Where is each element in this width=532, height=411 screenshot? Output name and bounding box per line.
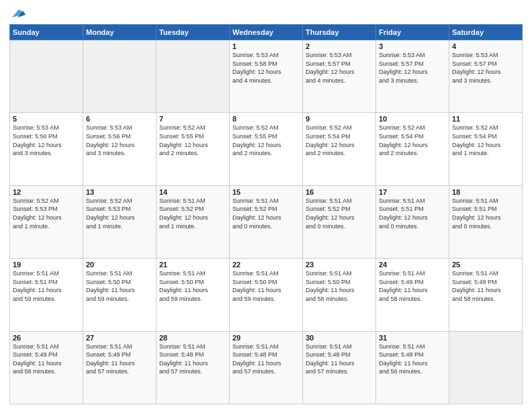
- day-number: 1: [232, 42, 300, 50]
- calendar-cell: 18Sunrise: 5:51 AM Sunset: 5:51 PM Dayli…: [449, 185, 523, 258]
- calendar-cell: 20Sunrise: 5:51 AM Sunset: 5:50 PM Dayli…: [83, 259, 157, 331]
- calendar-cell: [83, 40, 157, 113]
- day-info: Sunrise: 5:52 AM Sunset: 5:54 PM Dayligh…: [306, 124, 373, 157]
- day-info: Sunrise: 5:51 AM Sunset: 5:50 PM Dayligh…: [86, 269, 153, 303]
- calendar-cell: 12Sunrise: 5:52 AM Sunset: 5:53 PM Dayli…: [10, 185, 83, 258]
- day-info: Sunrise: 5:51 AM Sunset: 5:48 PM Dayligh…: [306, 342, 373, 376]
- day-number: 22: [232, 261, 300, 269]
- calendar-cell: 11Sunrise: 5:52 AM Sunset: 5:54 PM Dayli…: [449, 113, 523, 185]
- day-info: Sunrise: 5:53 AM Sunset: 5:57 PM Dayligh…: [306, 51, 373, 85]
- day-number: 23: [306, 261, 373, 269]
- day-number: 8: [232, 115, 300, 123]
- day-number: 30: [306, 334, 373, 342]
- day-info: Sunrise: 5:52 AM Sunset: 5:55 PM Dayligh…: [232, 124, 300, 157]
- day-number: 18: [452, 188, 519, 196]
- day-info: Sunrise: 5:51 AM Sunset: 5:52 PM Dayligh…: [306, 197, 373, 230]
- day-number: 10: [379, 115, 446, 123]
- day-info: Sunrise: 5:52 AM Sunset: 5:53 PM Dayligh…: [86, 197, 153, 230]
- calendar-table: SundayMondayTuesdayWednesdayThursdayFrid…: [9, 24, 523, 404]
- calendar-body: 1Sunrise: 5:53 AM Sunset: 5:58 PM Daylig…: [10, 40, 523, 404]
- day-info: Sunrise: 5:52 AM Sunset: 5:55 PM Dayligh…: [159, 124, 226, 157]
- day-number: 16: [306, 188, 373, 196]
- week-row-1: 5Sunrise: 5:53 AM Sunset: 5:56 PM Daylig…: [10, 113, 523, 185]
- day-header-sunday: Sunday: [10, 25, 83, 40]
- day-info: Sunrise: 5:52 AM Sunset: 5:53 PM Dayligh…: [13, 197, 80, 230]
- day-info: Sunrise: 5:51 AM Sunset: 5:50 PM Dayligh…: [159, 269, 226, 303]
- calendar-cell: 31Sunrise: 5:51 AM Sunset: 5:48 PM Dayli…: [376, 331, 449, 404]
- page: SundayMondayTuesdayWednesdayThursdayFrid…: [0, 0, 532, 411]
- calendar-cell: 19Sunrise: 5:51 AM Sunset: 5:51 PM Dayli…: [10, 259, 83, 331]
- day-number: 9: [306, 115, 373, 123]
- day-number: 17: [379, 188, 446, 196]
- calendar-cell: 6Sunrise: 5:53 AM Sunset: 5:56 PM Daylig…: [83, 113, 157, 185]
- day-number: 13: [86, 188, 153, 196]
- day-info: Sunrise: 5:51 AM Sunset: 5:49 PM Dayligh…: [452, 269, 519, 303]
- calendar-cell: 25Sunrise: 5:51 AM Sunset: 5:49 PM Dayli…: [449, 259, 523, 331]
- day-info: Sunrise: 5:51 AM Sunset: 5:49 PM Dayligh…: [379, 269, 446, 303]
- week-row-3: 19Sunrise: 5:51 AM Sunset: 5:51 PM Dayli…: [10, 259, 523, 331]
- day-number: 28: [159, 334, 226, 342]
- day-info: Sunrise: 5:51 AM Sunset: 5:48 PM Dayligh…: [232, 342, 300, 376]
- calendar-cell: [157, 40, 230, 113]
- day-info: Sunrise: 5:52 AM Sunset: 5:54 PM Dayligh…: [452, 124, 519, 157]
- day-info: Sunrise: 5:51 AM Sunset: 5:50 PM Dayligh…: [232, 269, 300, 303]
- calendar-cell: 7Sunrise: 5:52 AM Sunset: 5:55 PM Daylig…: [157, 113, 230, 185]
- day-info: Sunrise: 5:51 AM Sunset: 5:51 PM Dayligh…: [379, 197, 446, 230]
- day-number: 2: [306, 42, 373, 50]
- day-header-thursday: Thursday: [303, 25, 376, 40]
- header: [9, 7, 523, 19]
- week-row-0: 1Sunrise: 5:53 AM Sunset: 5:58 PM Daylig…: [10, 40, 523, 113]
- day-header-friday: Friday: [376, 25, 449, 40]
- calendar-cell: 13Sunrise: 5:52 AM Sunset: 5:53 PM Dayli…: [83, 185, 157, 258]
- day-header-wednesday: Wednesday: [230, 25, 303, 40]
- calendar-cell: 30Sunrise: 5:51 AM Sunset: 5:48 PM Dayli…: [303, 331, 376, 404]
- day-info: Sunrise: 5:51 AM Sunset: 5:50 PM Dayligh…: [306, 269, 373, 303]
- day-number: 27: [86, 334, 153, 342]
- day-number: 6: [86, 115, 153, 123]
- day-number: 5: [13, 115, 80, 123]
- day-info: Sunrise: 5:53 AM Sunset: 5:58 PM Dayligh…: [232, 51, 300, 85]
- day-number: 11: [452, 115, 519, 123]
- calendar-cell: 8Sunrise: 5:52 AM Sunset: 5:55 PM Daylig…: [230, 113, 303, 185]
- calendar-cell: 15Sunrise: 5:51 AM Sunset: 5:52 PM Dayli…: [230, 185, 303, 258]
- logo: [9, 9, 26, 19]
- calendar-cell: 22Sunrise: 5:51 AM Sunset: 5:50 PM Dayli…: [230, 259, 303, 331]
- day-info: Sunrise: 5:51 AM Sunset: 5:52 PM Dayligh…: [159, 197, 226, 230]
- calendar-header: SundayMondayTuesdayWednesdayThursdayFrid…: [10, 25, 523, 40]
- day-number: 12: [13, 188, 80, 196]
- day-number: 4: [452, 42, 519, 50]
- calendar-cell: 3Sunrise: 5:53 AM Sunset: 5:57 PM Daylig…: [376, 40, 449, 113]
- day-info: Sunrise: 5:51 AM Sunset: 5:48 PM Dayligh…: [379, 342, 446, 376]
- week-row-4: 26Sunrise: 5:51 AM Sunset: 5:49 PM Dayli…: [10, 331, 523, 404]
- day-number: 3: [379, 42, 446, 50]
- logo-icon: [11, 8, 26, 19]
- calendar-cell: 24Sunrise: 5:51 AM Sunset: 5:49 PM Dayli…: [376, 259, 449, 331]
- day-info: Sunrise: 5:52 AM Sunset: 5:54 PM Dayligh…: [379, 124, 446, 157]
- day-number: 29: [232, 334, 300, 342]
- calendar-cell: 17Sunrise: 5:51 AM Sunset: 5:51 PM Dayli…: [376, 185, 449, 258]
- day-number: 19: [13, 261, 80, 269]
- calendar-cell: 21Sunrise: 5:51 AM Sunset: 5:50 PM Dayli…: [157, 259, 230, 331]
- day-info: Sunrise: 5:51 AM Sunset: 5:49 PM Dayligh…: [13, 342, 80, 376]
- day-info: Sunrise: 5:53 AM Sunset: 5:57 PM Dayligh…: [379, 51, 446, 85]
- day-info: Sunrise: 5:51 AM Sunset: 5:52 PM Dayligh…: [232, 197, 300, 230]
- calendar-cell: 16Sunrise: 5:51 AM Sunset: 5:52 PM Dayli…: [303, 185, 376, 258]
- day-info: Sunrise: 5:53 AM Sunset: 5:56 PM Dayligh…: [13, 124, 80, 157]
- calendar-cell: 2Sunrise: 5:53 AM Sunset: 5:57 PM Daylig…: [303, 40, 376, 113]
- day-info: Sunrise: 5:53 AM Sunset: 5:56 PM Dayligh…: [86, 124, 153, 157]
- calendar-cell: [449, 331, 523, 404]
- calendar-cell: 10Sunrise: 5:52 AM Sunset: 5:54 PM Dayli…: [376, 113, 449, 185]
- day-number: 14: [159, 188, 226, 196]
- calendar-cell: 23Sunrise: 5:51 AM Sunset: 5:50 PM Dayli…: [303, 259, 376, 331]
- calendar-cell: [10, 40, 83, 113]
- day-number: 24: [379, 261, 446, 269]
- calendar-cell: 28Sunrise: 5:51 AM Sunset: 5:48 PM Dayli…: [157, 331, 230, 404]
- calendar-cell: 4Sunrise: 5:53 AM Sunset: 5:57 PM Daylig…: [449, 40, 523, 113]
- day-number: 15: [232, 188, 300, 196]
- day-info: Sunrise: 5:51 AM Sunset: 5:49 PM Dayligh…: [86, 342, 153, 376]
- calendar-cell: 5Sunrise: 5:53 AM Sunset: 5:56 PM Daylig…: [10, 113, 83, 185]
- day-number: 21: [159, 261, 226, 269]
- day-header-saturday: Saturday: [449, 25, 523, 40]
- day-number: 20: [86, 261, 153, 269]
- calendar-cell: 14Sunrise: 5:51 AM Sunset: 5:52 PM Dayli…: [157, 185, 230, 258]
